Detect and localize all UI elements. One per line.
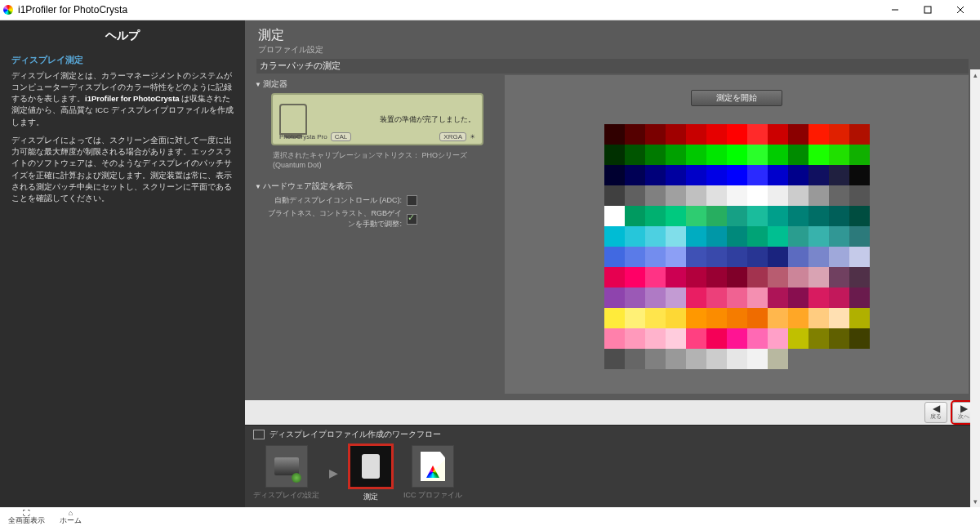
workflow-arrow-icon: ▶ [329,466,338,479]
color-patch [849,267,870,288]
calibration-matrix-text: 選択されたキャリブレーションマトリクス： PHOシリーズ(Quantum Dot… [273,150,492,169]
color-patch [625,226,645,247]
back-arrow-icon: ◀ [933,404,940,412]
color-patch [727,124,747,145]
main-header: 測定 プロファイル設定 [245,20,980,59]
color-patch [604,124,625,145]
device-section-header[interactable]: 測定器 [255,78,492,90]
color-patch [747,349,768,369]
footer-fullscreen-button[interactable]: ⛶ 全画面表示 [8,510,45,524]
footer-toolbar: ⛶ 全画面表示 ⌂ ホーム [0,507,980,526]
hardware-section-header[interactable]: ハードウェア設定を表示 [255,181,492,192]
color-patch [604,267,625,288]
color-patch [706,247,727,267]
color-patch [727,349,747,369]
color-patch [666,308,686,328]
color-patch [625,145,645,165]
color-patch [768,288,788,308]
color-patch [727,267,747,288]
footer-fullscreen-label: 全画面表示 [8,517,45,524]
color-patch [747,226,768,247]
workflow-step-display[interactable]: ディスプレイの設定 [253,445,319,501]
hw-adc-checkbox[interactable] [407,195,417,206]
color-patch [604,145,625,165]
color-patch [625,185,645,206]
color-patch [625,267,645,288]
color-patch [768,308,788,328]
color-patch [686,185,706,206]
color-patch [747,308,768,328]
color-patch [604,308,625,328]
color-patch [747,328,768,349]
color-patch [788,165,808,185]
workflow-title-row: ディスプレイプロファイル作成のワークフロー [253,429,972,440]
vertical-scrollbar[interactable]: ▴ ▾ [970,69,980,507]
color-patch [625,288,645,308]
workflow-display-thumb [265,445,308,488]
color-patch [645,308,666,328]
color-patch [849,288,870,308]
window-maximize-button[interactable] [911,1,944,19]
color-patch [829,206,849,226]
color-patch-grid [604,124,870,369]
device-name: PhotoCrysta Pro [279,133,327,140]
color-patch [706,145,727,165]
window-close-button[interactable] [944,1,977,19]
nav-strip: ◀ 戻る ▶ 次へ [245,400,980,425]
hw-adc-row: 自動ディスプレイコントロール (ADC): [263,195,492,206]
color-patch [788,185,808,206]
back-button[interactable]: ◀ 戻る [924,402,947,423]
color-patch [666,267,686,288]
color-patch [706,328,727,349]
hw-manual-checkbox[interactable] [407,214,417,225]
color-patch [686,247,706,267]
hw-manual-row: ブライトネス、コントラスト、RGBゲインを手動で調整: [263,208,492,230]
color-patch [829,288,849,308]
color-patch [747,247,768,267]
color-patch [849,185,870,206]
color-patch [645,145,666,165]
color-patch [849,308,870,328]
color-patch [788,308,808,328]
color-patch [666,185,686,206]
color-patch [706,349,727,369]
color-patch [808,328,829,349]
color-patch [645,267,666,288]
footer-home-button[interactable]: ⌂ ホーム [60,510,82,524]
workflow-icc-thumb [412,445,454,488]
color-patch [808,226,829,247]
page-subtitle: プロファイル設定 [258,44,967,56]
workflow-step2-label: 測定 [363,492,378,502]
color-patch [788,206,808,226]
color-patch [666,328,686,349]
workflow-step-icc[interactable]: ICC プロファイル [403,445,462,501]
color-patch [666,145,686,165]
page-title: 測定 [258,27,967,44]
color-patch [727,165,747,185]
help-panel: ヘルプ ディスプレイ測定 ディスプレイ測定とは、カラーマネージメントのシステムが… [0,20,245,507]
window-title: i1Profiler for PhotoCrysta [18,4,127,16]
window-titlebar: i1Profiler for PhotoCrysta [0,0,980,20]
color-patch [768,145,788,165]
workflow-title: ディスプレイプロファイル作成のワークフロー [270,429,441,440]
preview-panel: 測定を開始 [505,75,969,394]
color-patch [808,206,829,226]
color-patch [686,349,706,369]
window-minimize-button[interactable] [879,1,911,19]
main-panel: 測定 プロファイル設定 カラーパッチの測定 測定器 装置の準備が完了しました。 … [245,20,980,507]
color-patch [666,124,686,145]
scroll-down-icon[interactable]: ▾ [973,497,978,506]
back-label: 戻る [930,412,942,421]
color-patch [686,328,706,349]
color-patch [829,185,849,206]
workflow-step-measure[interactable]: 測定 [348,444,394,502]
start-measurement-button[interactable]: 測定を開始 [691,90,782,106]
help-title: ヘルプ [0,29,245,43]
color-patch [829,124,849,145]
scroll-up-icon[interactable]: ▴ [973,71,978,79]
color-patch [727,145,747,165]
color-patch [645,206,666,226]
cal-pill: CAL [331,132,352,141]
color-patch [604,328,625,349]
color-patch [706,124,727,145]
